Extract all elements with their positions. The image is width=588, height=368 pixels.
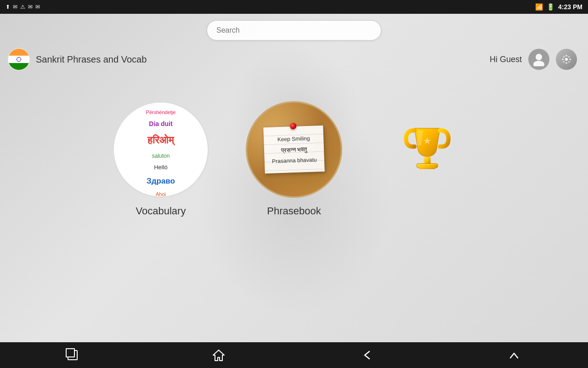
vocabulary-circle: Përshëndetje Dia duit हरिओम् saluton Hel… [113,101,209,198]
user-avatar[interactable] [528,49,549,70]
india-flag-icon [7,48,30,71]
word-5: Helló [146,161,176,173]
app-header-left: Sankrit Phrases and Vocab [7,48,147,71]
svg-rect-11 [424,157,431,165]
alert-icon: ⚠ [20,4,25,10]
vocabulary-words: Përshëndetje Dia duit हरिओम् saluton Hel… [114,103,208,196]
svg-point-7 [563,56,565,58]
word-7: Ahoi [146,189,176,198]
word-1: Përshëndetje [146,107,176,117]
home-button[interactable] [203,345,234,365]
email2-icon: ✉ [35,4,40,10]
pin-icon [290,123,296,129]
svg-text:★: ★ [423,136,431,146]
word-2: Dia duit [146,117,176,130]
app-header: Sankrit Phrases and Vocab Hi Guest [0,45,588,74]
word-6: Здраво [146,173,176,189]
ashoka-wheel [17,57,21,62]
back-button[interactable] [351,345,382,365]
phrasebook-label: Phrasebook [267,205,321,217]
svg-point-6 [569,58,571,60]
battery-icon: 🔋 [547,3,554,11]
trophy-container: ★ [379,101,475,198]
back-icon [360,349,373,362]
time-display: 4:23 PM [558,3,582,11]
svg-point-9 [568,56,570,58]
trophy-icon: ★ [400,122,455,177]
vocabulary-item[interactable]: Përshëndetje Dia duit हरिओम् saluton Hel… [113,101,209,217]
svg-point-3 [565,55,567,57]
flag-green [8,63,29,70]
cork-texture: Keep Smiling प्रसन्न भवतु Prasanna bhava… [247,103,341,196]
app-title: Sankrit Phrases and Vocab [36,54,147,65]
word-4: saluton [146,150,176,161]
status-bar: ⬆ ✉ ⚠ ✉ ✉ 📶 🔋 4:23 PM [0,0,588,14]
settings-icon [560,53,573,66]
search-container [0,14,588,45]
search-input[interactable] [207,20,381,40]
flag-white [8,56,29,63]
svg-marker-15 [213,350,224,361]
svg-point-10 [563,61,565,63]
svg-point-5 [562,58,564,60]
home-icon [212,349,225,362]
svg-rect-13 [419,167,436,169]
scroll-up-button[interactable] [498,345,530,365]
note-paper: Keep Smiling प्रसन्न भवतु Prasanna bhava… [263,126,324,174]
svg-point-1 [533,61,544,66]
settings-button[interactable] [556,49,577,70]
phrasebook-item[interactable]: Keep Smiling प्रसन्न भवतु Prasanna bhava… [246,101,342,217]
status-icons-left: ⬆ ✉ ⚠ ✉ ✉ [6,4,40,10]
main-content: Përshëndetje Dia duit हरिओम् saluton Hel… [0,83,588,236]
recent-apps-button[interactable] [58,346,87,364]
svg-point-4 [565,62,567,64]
greeting-text: Hi Guest [490,55,522,64]
email-icon: ✉ [28,4,33,10]
svg-point-2 [565,58,568,61]
word-3: हरिओम् [146,130,176,150]
wifi-icon: 📶 [535,3,543,11]
note-line-3: Prasanna bhavatu [270,155,319,167]
status-right: 📶 🔋 4:23 PM [535,3,582,11]
scroll-up-icon [508,349,520,362]
note-line-2: प्रसन्न भवतु [270,144,319,156]
trophy-item[interactable]: ★ [379,101,475,205]
svg-point-8 [568,61,570,63]
bottom-nav [0,342,588,368]
vocabulary-label: Vocabulary [136,205,186,217]
flag-orange [8,49,29,56]
recent-apps-icon [68,350,78,360]
phrasebook-circle: Keep Smiling प्रसन्न भवतु Prasanna bhava… [246,101,342,198]
sms-icon: ✉ [13,4,17,10]
app-header-right: Hi Guest [490,49,577,70]
note-text: Keep Smiling प्रसन्न भवतु Prasanna bhava… [269,133,319,167]
notification-icon: ⬆ [6,4,10,10]
avatar-icon [532,52,546,66]
svg-point-0 [536,54,542,60]
